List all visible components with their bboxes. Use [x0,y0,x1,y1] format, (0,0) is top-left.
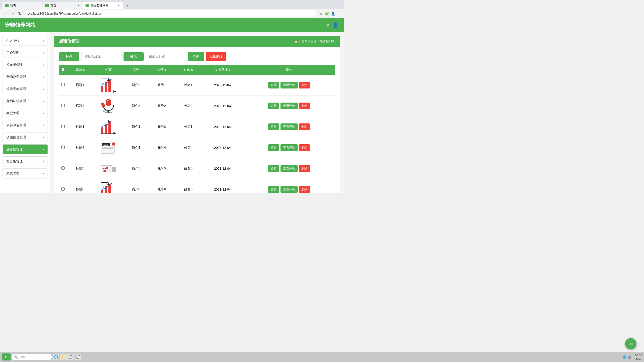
sidebar-item-personal[interactable]: 个人中心▾ [3,36,48,46]
reload-button[interactable]: ↻ [17,10,22,17]
view-button[interactable]: 查看 [268,82,279,88]
sidebar-item-system[interactable]: 系统管理▾ [3,168,48,178]
cover-image [98,180,118,193]
browser-tab-2[interactable]: 首页 ✕ [42,2,83,9]
row-checkbox[interactable] [61,146,65,149]
sidebar-item-user[interactable]: 用户管理▾ [3,48,48,58]
name-search-input[interactable] [146,52,186,61]
delete-button[interactable]: 删除 [299,82,310,88]
menu-icon[interactable]: ⋮ [337,11,342,16]
sidebar-item-label: 领养申请管理 [6,123,26,127]
sidebar-item-teaching[interactable]: 宠物教学管理▾ [3,72,48,82]
tab-close-1[interactable]: ✕ [37,4,39,7]
tab-label-2: 首页 [50,4,56,8]
table-row: 标题3 简介3 账号3 姓名3 2023-12-04 查看 查看评论 [59,116,335,137]
back-button[interactable]: ← [2,10,8,17]
address-bar[interactable] [24,10,317,17]
svg-rect-30 [102,150,111,150]
tab-favicon-3 [86,4,89,7]
cell-name: 姓名1 [175,75,202,96]
search-bar: 标题 姓名 查询 批量删除 [59,52,335,61]
svg-rect-18 [108,121,111,134]
svg-point-34 [103,170,106,172]
browser-tab-3[interactable]: 宠物领养网站 ✕ [83,2,123,9]
chevron-down-icon: ▾ [43,148,44,151]
cell-date: 2023-12-04 [202,75,243,96]
breadcrumb-sep2: / [318,40,318,43]
view-button[interactable]: 查看 [268,144,279,151]
row-checkbox[interactable] [61,104,65,107]
cell-cover: News [93,137,124,158]
tab-close-2[interactable]: ✕ [77,4,79,7]
view-button[interactable]: 查看 [268,123,279,130]
cell-name: 姓名4 [175,137,202,158]
view-comments-button[interactable]: 查看评论 [280,186,298,193]
svg-rect-0 [101,86,103,92]
sidebar-item-publisher[interactable]: 发布者管理▾ [3,60,48,70]
view-comments-button[interactable]: 查看评论 [280,82,298,88]
sidebar-item-apply[interactable]: 领养申请管理▾ [3,120,48,130]
cell-date: 2023-12-04 [202,137,243,158]
sidebar-item-claiminfo[interactable]: 认领信息管理▾ [3,132,48,142]
delete-button[interactable]: 删除 [299,144,310,151]
sidebar-item-label: 认领信息管理 [6,135,26,140]
row-checkbox[interactable] [61,166,65,170]
view-button[interactable]: 查看 [268,186,279,193]
svg-rect-35 [112,167,116,172]
forward-button[interactable]: → [10,10,16,17]
sidebar-item-thanks[interactable]: 感谢信管理▾ [3,144,48,154]
breadcrumb-sep1: / [299,40,300,43]
sidebar-item-message[interactable]: 留言板管理▾ [3,156,48,166]
title-search-input[interactable] [81,52,122,61]
col-name: 姓名⇅ [175,65,202,75]
sidebar-item-type[interactable]: 类型管理▾ [3,108,48,118]
header-user-button[interactable]: 👤 [332,22,339,28]
view-button[interactable]: 查看 [268,165,279,172]
delete-button[interactable]: 删除 [299,165,310,172]
breadcrumb-home-icon[interactable]: 🏠 [294,40,298,43]
browser-tab-1[interactable]: 首页 ✕ [2,2,42,9]
cell-title: 标题2 [67,96,93,116]
delete-button[interactable]: 删除 [299,123,310,130]
view-comments-button[interactable]: 查看评论 [280,123,298,130]
new-tab-button[interactable]: ＋ [123,2,132,9]
view-comments-button[interactable]: 查看评论 [280,103,298,109]
row-checkbox[interactable] [61,83,65,86]
profile-icon[interactable]: 👤 [331,11,336,16]
cover-image: LIVE [98,97,118,115]
row-checkbox[interactable] [61,125,65,128]
breadcrumb-current: 感谢信列表 [320,39,335,43]
cell-actions: 查看 查看评论 删除 [243,179,335,193]
view-comments-button[interactable]: 查看评论 [280,165,298,172]
cell-account: 账号1 [148,75,175,96]
cover-image: News [98,139,118,156]
delete-button[interactable]: 删除 [299,103,310,109]
search-button[interactable]: 查询 [188,52,204,61]
sidebar-item-claim[interactable]: 宠物认领管理▾ [3,96,48,106]
browser-toolbar: ← → ↻ ☆ 🧩 👤 ⋮ [0,9,344,18]
select-all-checkbox[interactable] [61,68,65,71]
delete-button[interactable]: 删除 [299,186,310,193]
extensions-icon[interactable]: 🧩 [325,11,330,16]
batch-delete-button[interactable]: 批量删除 [206,52,226,61]
toolbar-icons: ☆ 🧩 👤 ⋮ [318,11,342,16]
view-button[interactable]: 查看 [268,103,279,109]
app-body: 个人中心▾用户管理▾发布者管理▾宠物教学管理▾领养宠物管理▾宠物认领管理▾类型管… [0,32,344,193]
chevron-down-icon: ▾ [43,76,44,78]
tab-close-3[interactable]: ✕ [117,4,120,7]
chevron-down-icon: ▾ [43,39,44,42]
view-comments-button[interactable]: 查看评论 [280,144,298,151]
breadcrumb: 🏠 / 感谢信管理 / 感谢信列表 [294,39,335,43]
breadcrumb-mid[interactable]: 感谢信管理 [301,39,316,43]
cell-cover [93,179,124,193]
sidebar-item-label: 领养宠物管理 [6,87,26,91]
chevron-down-icon: ▾ [43,112,44,115]
sidebar-item-adopt[interactable]: 领养宠物管理▾ [3,84,48,94]
header-close-button[interactable]: ✕ [326,22,330,28]
sidebar-item-label: 宠物认领管理 [6,99,26,103]
header-actions: ✕ 👤 [326,22,339,28]
bookmark-icon[interactable]: ☆ [318,11,324,16]
row-checkbox[interactable] [61,187,65,191]
table-row: 标题6 简介6 账号6 姓名6 2023-12-04 查看 查看评论 [59,179,335,193]
svg-rect-10 [107,100,109,101]
